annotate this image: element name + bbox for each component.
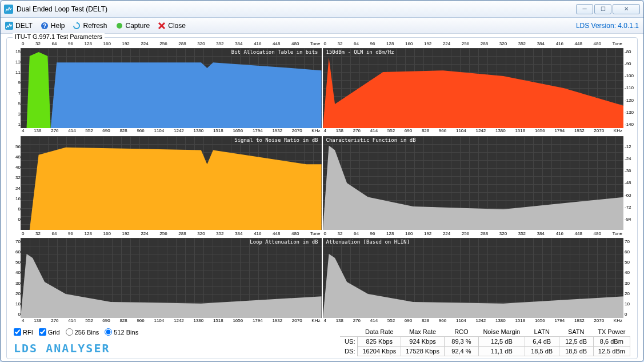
refresh-icon — [73, 22, 81, 30]
plot-area: Characteristic Function in dB — [323, 136, 624, 230]
x-axis-top: 0326496128160192224256288320352384416448… — [21, 41, 322, 48]
stats-cell: 92,4 % — [444, 347, 478, 356]
stats-cell: 18,5 dB — [525, 347, 559, 356]
bins256-radio[interactable]: 256 Bins — [66, 328, 99, 336]
x-axis-top: 0326496128160192224256288320352384416448… — [323, 41, 624, 48]
charts-grid: 1513119753103264961281601922242562883203… — [10, 41, 634, 325]
chart-title: Signal to Noise Ratio in dB — [234, 137, 318, 143]
stats-cell: 17528 Kbps — [401, 347, 445, 356]
x-axis-bottom: 4138276414552690828966110412421380151816… — [21, 318, 322, 325]
close-icon — [158, 22, 166, 30]
svg-point-4 — [117, 23, 122, 29]
stats-header: Noise Margin — [478, 327, 525, 337]
group-title: ITU-T G.997.1 Test Parameters — [13, 33, 105, 40]
stats-cell: 11,1 dB — [478, 347, 525, 356]
stats-cell: 16204 Kbps — [358, 347, 401, 356]
plot-area: Signal to Noise Ratio in dB — [21, 136, 322, 230]
chart-latn: 7060504030201000326496128160192224256288… — [10, 231, 322, 325]
close-window-button[interactable]: ✕ — [613, 4, 640, 14]
stats-header: Max Rate — [401, 327, 445, 337]
svg-marker-9 — [323, 145, 624, 230]
stats-cell: 12,5 dB — [478, 337, 525, 347]
stats-header: LATN — [525, 327, 559, 337]
capture-icon — [115, 22, 123, 30]
stats-cell: 12,5 dBm — [593, 347, 630, 356]
titlebar: Dual Ended Loop Test (DELT) ─ ☐ ✕ — [1, 1, 643, 18]
x-axis-bottom: 4138276414552690828966110412421380151816… — [21, 128, 322, 135]
controls: RFI Grid 256 Bins 512 Bins — [14, 328, 138, 336]
stats-cell: 825 Kbps — [358, 337, 401, 347]
delt-button[interactable]: DELT — [5, 22, 33, 30]
y-axis: 706050403020100 — [10, 231, 21, 325]
stats-cell: 18,5 dB — [559, 347, 593, 356]
chart-qln: 0326496128160192224256288320352384416448… — [323, 41, 634, 135]
y-axis: 15131197531 — [10, 41, 21, 135]
close-button[interactable]: Close — [158, 22, 186, 30]
window-title: Dual Ended Loop Test (DELT) — [17, 5, 576, 13]
y-axis: 706050403020100 — [623, 231, 634, 325]
chart-snr: 56484032241680Signal to Noise Ratio in d… — [10, 136, 322, 230]
plot-area: Loop Attenuation in dB — [21, 238, 322, 318]
parameters-group: ITU-T G.997.1 Test Parameters 1513119753… — [6, 37, 638, 359]
chart-bit_alloc: 1513119753103264961281601922242562883203… — [10, 41, 322, 135]
grid-checkbox[interactable]: Grid — [39, 328, 60, 336]
svg-marker-7 — [323, 58, 624, 128]
chart-char: Characteristic Function in dB-12-24-36-4… — [323, 136, 634, 230]
help-icon: ? — [41, 22, 49, 30]
stats-cell: 8,6 dBm — [593, 337, 630, 347]
y-axis: -12-24-36-48-60-72-84 — [623, 136, 634, 230]
refresh-button[interactable]: Refresh — [73, 22, 107, 30]
plot-area: Bit Allocation Table in bits — [21, 48, 322, 128]
brand-label: LDS ANALYSER — [14, 341, 138, 355]
y-axis: 56484032241680 — [10, 136, 21, 230]
svg-marker-11 — [323, 254, 624, 318]
rfi-checkbox[interactable]: RFI — [14, 328, 33, 336]
svg-marker-6 — [51, 62, 322, 128]
stats-row-label: DS: — [340, 347, 358, 356]
chart-title: Attenuation [Based on HLIN] — [326, 239, 410, 245]
chart-title: Characteristic Function in dB — [326, 137, 416, 143]
app-window: Dual Ended Loop Test (DELT) ─ ☐ ✕ DELT ?… — [0, 0, 644, 362]
svg-text:?: ? — [43, 23, 46, 29]
stats-header: SATN — [559, 327, 593, 337]
minimize-button[interactable]: ─ — [576, 4, 593, 14]
x-axis-top: 0326496128160192224256288320352384416448… — [21, 231, 322, 238]
toolbar: DELT ?Help Refresh Capture Close LDS Ver… — [1, 18, 643, 34]
x-axis-bottom: 4138276414552690828966110412421380151816… — [323, 318, 624, 325]
x-axis-top: 0326496128160192224256288320352384416448… — [323, 231, 624, 238]
bins512-radio[interactable]: 512 Bins — [105, 328, 138, 336]
stats-header: TX Power — [593, 327, 630, 337]
chart-title: Loop Attenuation in dB — [250, 239, 318, 245]
stats-row-label: US: — [340, 337, 358, 347]
maximize-button[interactable]: ☐ — [594, 4, 611, 14]
stats-cell: 89,3 % — [444, 337, 478, 347]
svg-marker-8 — [21, 148, 322, 230]
stats-header: RCO — [444, 327, 478, 337]
stats-table: Data RateMax RateRCONoise MarginLATNSATN… — [340, 327, 630, 356]
chart-icon — [5, 22, 13, 30]
svg-marker-10 — [21, 254, 322, 318]
chart-hlin: 0326496128160192224256288320352384416448… — [323, 231, 634, 325]
content-area: ITU-T G.997.1 Test Parameters 1513119753… — [1, 34, 643, 361]
stats-cell: 6,4 dB — [525, 337, 559, 347]
chart-title: 150dBm - QLN in dBm/Hz — [326, 49, 394, 55]
y-axis: -80-90-100-110-120-130-140 — [623, 41, 634, 135]
stats-cell: 12,5 dB — [559, 337, 593, 347]
x-axis-bottom: 4138276414552690828966110412421380151816… — [323, 128, 624, 135]
version-label: LDS Version: 4.0.1.1 — [576, 22, 639, 30]
plot-area: Attenuation [Based on HLIN] — [323, 238, 624, 318]
help-button[interactable]: ?Help — [41, 22, 65, 30]
plot-area: 150dBm - QLN in dBm/Hz — [323, 48, 624, 128]
capture-button[interactable]: Capture — [115, 22, 150, 30]
stats-header: Data Rate — [358, 327, 401, 337]
window-buttons: ─ ☐ ✕ — [576, 4, 640, 14]
app-icon — [4, 5, 13, 14]
stats-cell: 924 Kbps — [401, 337, 445, 347]
chart-title: Bit Allocation Table in bits — [231, 49, 318, 55]
footer-row: RFI Grid 256 Bins 512 Bins LDS ANALYSER … — [10, 325, 634, 356]
